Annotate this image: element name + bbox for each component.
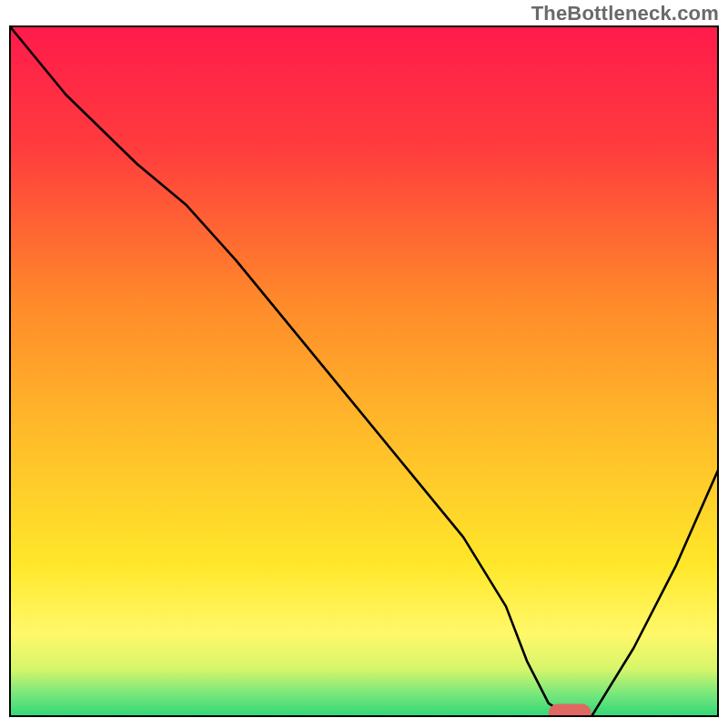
watermark-text: TheBottleneck.com — [531, 2, 719, 25]
bottleneck-chart — [9, 25, 719, 717]
chart-marker-layer — [549, 704, 592, 717]
optimal-marker — [549, 704, 592, 717]
page-root: TheBottleneck.com — [0, 0, 728, 728]
chart-container — [9, 25, 719, 717]
chart-background — [9, 25, 719, 717]
